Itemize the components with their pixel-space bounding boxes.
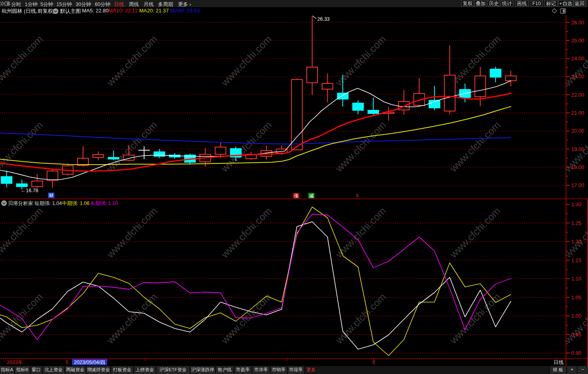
svg-text:2023/05/04/四: 2023/05/04/四 [74,360,106,365]
svg-text:0.90: 0.90 [571,350,581,356]
svg-text:26.33: 26.33 [317,16,330,22]
svg-text:1.15: 1.15 [571,257,581,263]
svg-text:0.95: 0.95 [571,332,581,338]
svg-text:1.25: 1.25 [571,220,581,226]
svg-text:1.10: 1.10 [571,276,581,282]
svg-text:中期强: 1.06: 中期强: 1.06 [62,201,90,206]
svg-text:涨: 涨 [294,193,298,198]
svg-text:1.20: 1.20 [571,239,581,245]
svg-text:日线: 日线 [554,360,564,365]
svg-text:25.00: 25.00 [571,38,584,44]
svg-text:1.00: 1.00 [571,313,581,319]
svg-text:1.30: 1.30 [571,201,581,207]
svg-text:贝塔分析家 短期强: 1.04: 贝塔分析家 短期强: 1.04 [8,201,62,206]
svg-text:减: 减 [309,193,314,198]
svg-text:长期强: 1.10: 长期强: 1.10 [90,201,118,206]
svg-text:1.05: 1.05 [571,294,581,300]
svg-text:←16.78: ←16.78 [21,188,38,193]
svg-text:21.00: 21.00 [571,110,584,116]
svg-text:6: 6 [372,360,375,365]
svg-text:2023年: 2023年 [7,360,23,365]
svg-text:19.00: 19.00 [571,146,584,152]
svg-text:17.00: 17.00 [571,182,584,188]
svg-text:24.00: 24.00 [571,56,584,62]
svg-text:22.00: 22.00 [571,92,584,98]
svg-text:26.00: 26.00 [571,20,584,26]
svg-text:财: 财 [49,193,54,198]
svg-text:ŝ: ŝ [356,193,359,199]
svg-text:20.00: 20.00 [571,128,584,134]
svg-text:5: 5 [66,360,68,365]
svg-text:23.00: 23.00 [571,74,584,80]
svg-text:18.00: 18.00 [571,164,584,170]
